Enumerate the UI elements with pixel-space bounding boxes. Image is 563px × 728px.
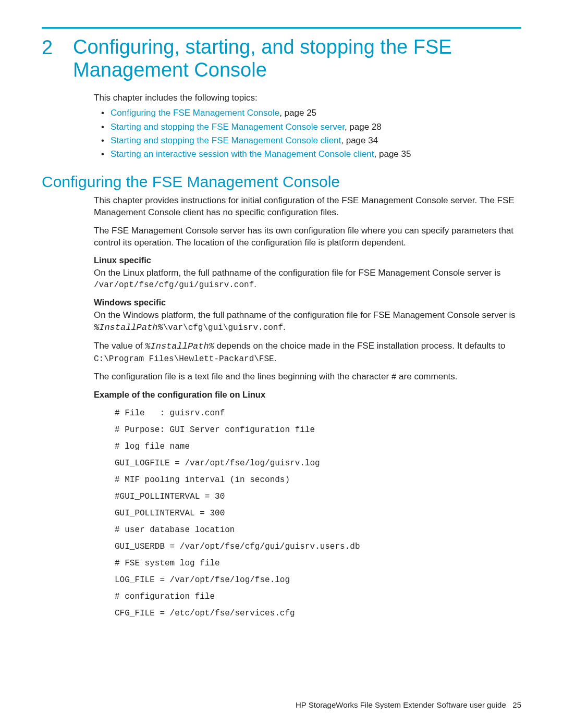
toc-link[interactable]: Starting and stopping the FSE Management… [111,135,341,145]
text: . [274,353,277,363]
page: 2 Configuring, starting, and stopping th… [0,0,563,728]
toc-item: Configuring the FSE Management Console, … [103,106,521,120]
paragraph: The value of %InstallPath% depends on th… [94,340,521,365]
code-line: GUI_POLLINTERVAL = 300 [115,505,521,522]
code-line: GUI_USERDB = /var/opt/fse/cfg/gui/guisrv… [115,538,521,555]
subheading-windows: Windows specific [94,298,521,307]
code-line: # MIF pooling interval (in seconds) [115,472,521,488]
inline-code: /var/opt/fse/cfg/gui/guisrv.conf [94,280,254,290]
text: depends on the choice made in the FSE in… [214,341,506,351]
chapter-title: Configuring, starting, and stopping the … [73,36,521,81]
inline-code: # [391,373,397,382]
inline-code: \var\cfg\gui\guisrv.conf [163,323,283,332]
code-line: # FSE system log file [115,555,521,572]
code-line: #GUI_POLLINTERVAL = 30 [115,488,521,505]
text: On the Windows platform, the full pathna… [94,310,516,320]
inline-code-italic: %InstallPath% [94,323,163,332]
toc-suffix: , page 25 [279,108,316,118]
paragraph: On the Windows platform, the full pathna… [94,310,521,334]
code-block: # File : guisrv.conf # Purpose: GUI Serv… [115,405,521,622]
subheading-example: Example of the configuration file on Lin… [94,390,521,400]
toc-list: Configuring the FSE Management Console, … [94,106,521,161]
toc-link[interactable]: Starting and stopping the FSE Management… [111,122,345,132]
inline-code-italic: %InstallPath% [145,341,214,351]
paragraph: On the Linux platform, the full pathname… [94,267,521,292]
inline-code: C:\Program Files\Hewlett-Packard\FSE [94,354,274,364]
paragraph: The FSE Management Console server has it… [94,225,521,249]
text: are comments. [396,372,457,381]
toc-suffix: , page 34 [341,135,378,145]
chapter-heading: 2 Configuring, starting, and stopping th… [42,36,521,81]
code-line: # Purpose: GUI Server configuration file [115,422,521,438]
footer-text: HP StorageWorks File System Extender Sof… [296,700,506,709]
toc-link[interactable]: Starting an interactive session with the… [111,149,374,159]
toc-suffix: , page 28 [345,122,382,132]
subheading-linux: Linux specific [94,255,521,265]
paragraph: This chapter provides instructions for i… [94,195,521,219]
text: . [283,322,286,332]
toc-item: Starting and stopping the FSE Management… [103,134,521,147]
section-heading: Configuring the FSE Management Console [42,173,521,191]
top-rule [42,27,521,29]
code-line: # log file name [115,438,521,455]
code-line: GUI_LOGFILE = /var/opt/fse/log/guisrv.lo… [115,455,521,472]
intro-text: This chapter includes the following topi… [94,93,521,103]
code-line: # File : guisrv.conf [115,405,521,422]
text: On the Linux platform, the full pathname… [94,268,501,278]
text: . [254,279,256,289]
page-number: 25 [512,700,521,709]
chapter-number: 2 [42,36,73,59]
toc-link[interactable]: Configuring the FSE Management Console [111,108,279,118]
code-line: CFG_FILE = /etc/opt/fse/services.cfg [115,605,521,622]
text: The configuration file is a text file an… [94,372,391,381]
paragraph: The configuration file is a text file an… [94,371,521,384]
toc-item: Starting and stopping the FSE Management… [103,120,521,134]
page-footer: HP StorageWorks File System Extender Sof… [296,700,521,709]
text: The value of [94,341,145,351]
code-line: LOG_FILE = /var/opt/fse/log/fse.log [115,572,521,588]
toc-suffix: , page 35 [374,149,411,159]
code-line: # configuration file [115,588,521,605]
toc-item: Starting an interactive session with the… [103,147,521,161]
code-line: # user database location [115,522,521,538]
